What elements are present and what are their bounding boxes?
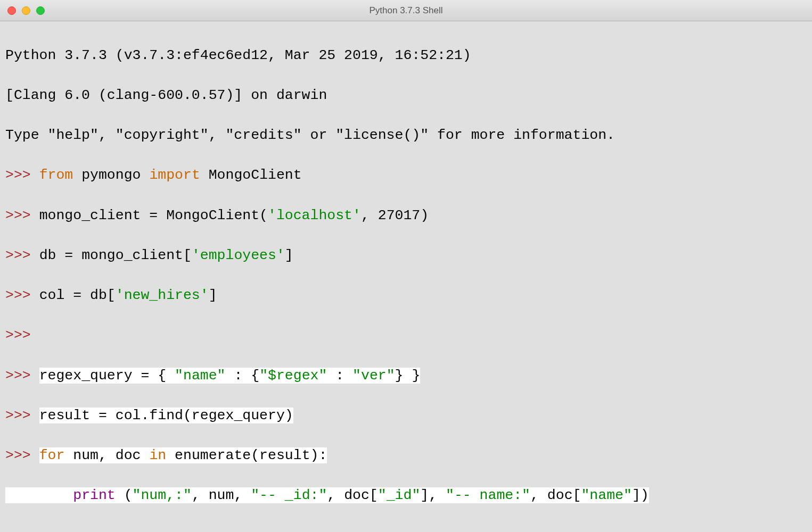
traffic-lights — [7, 6, 45, 15]
code-line-client: >>> mongo_client = MongoClient('localhos… — [5, 206, 807, 226]
prompt: >>> — [5, 408, 31, 423]
code-line-db: >>> db = mongo_client['employees'] — [5, 246, 807, 266]
prompt: >>> — [5, 207, 31, 223]
banner-line-1: Python 3.7.3 (v3.7.3:ef4ec6ed12, Mar 25 … — [5, 46, 807, 66]
code-line-import: >>> from pymongo import MongoClient — [5, 165, 807, 186]
prompt: >>> — [5, 247, 31, 263]
code-line-for: >>> for num, doc in enumerate(result): — [5, 446, 807, 466]
prompt: >>> — [5, 327, 31, 343]
prompt: >>> — [5, 368, 31, 384]
keyword-in: in — [149, 447, 166, 463]
keyword-import: import — [149, 167, 200, 183]
builtin-print: print — [73, 487, 116, 503]
python-idle-window: Python 3.7.3 Shell Python 3.7.3 (v3.7.3:… — [0, 0, 812, 532]
zoom-icon[interactable] — [36, 6, 45, 15]
code-line-regex: >>> regex_query = { "name" : {"$regex" :… — [5, 366, 807, 386]
minimize-icon[interactable] — [22, 6, 30, 15]
keyword-from: from — [39, 167, 73, 183]
code-line-print: print ("num,:", num, "-- _id:", doc["_id… — [5, 486, 807, 506]
banner-line-2: [Clang 6.0 (clang-600.0.57)] on darwin — [5, 86, 807, 106]
close-icon[interactable] — [7, 6, 16, 15]
window-title: Python 3.7.3 Shell — [0, 5, 812, 16]
code-line-empty-1: >>> — [5, 326, 807, 346]
prompt: >>> — [5, 287, 31, 303]
titlebar: Python 3.7.3 Shell — [0, 0, 812, 21]
prompt: >>> — [5, 447, 31, 463]
code-line-col: >>> col = db['new_hires'] — [5, 286, 807, 306]
shell-content[interactable]: Python 3.7.3 (v3.7.3:ef4ec6ed12, Mar 25 … — [0, 21, 812, 532]
keyword-for: for — [39, 447, 65, 463]
prompt: >>> — [5, 167, 31, 183]
code-line-result: >>> result = col.find(regex_query) — [5, 406, 807, 426]
banner-line-3: Type "help", "copyright", "credits" or "… — [5, 126, 807, 146]
